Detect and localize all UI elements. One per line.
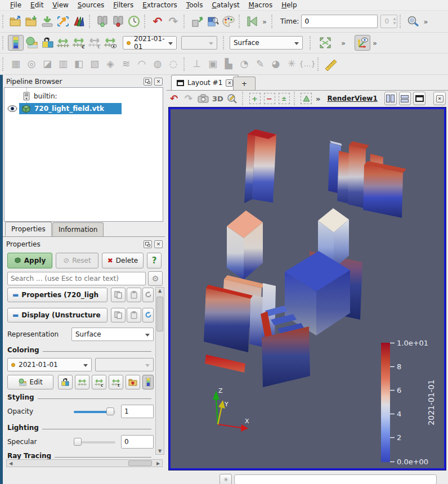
- load-state-button[interactable]: [24, 14, 39, 29]
- copy-display-button[interactable]: [111, 308, 126, 322]
- toolbar-grip[interactable]: [183, 57, 187, 71]
- render-view-name[interactable]: RenderView1: [327, 95, 377, 102]
- split-horizontal-button[interactable]: [384, 92, 397, 105]
- contour-filter-button[interactable]: ◎: [24, 56, 39, 72]
- capture-screenshot-button[interactable]: [55, 14, 71, 29]
- specular-value-box[interactable]: 0: [121, 435, 154, 449]
- split-vertical-button[interactable]: [399, 92, 411, 105]
- scroll-left-icon[interactable]: ◀: [7, 461, 15, 466]
- color-legend[interactable]: 1.0e+01 8 6 4 2 0.0e+00 2021-01-01: [381, 339, 436, 466]
- section-properties-toggle[interactable]: ▬ Properties (720_ligh: [7, 288, 107, 302]
- toolbar-grip[interactable]: [242, 92, 246, 105]
- toolbar-overflow-chevron[interactable]: »: [339, 39, 348, 47]
- menu-filters[interactable]: Filters: [109, 1, 138, 10]
- first-frame-button[interactable]: [244, 14, 260, 29]
- coloring-component-combo[interactable]: [95, 358, 154, 371]
- color-map-editor-button[interactable]: [221, 14, 236, 29]
- find-data-button[interactable]: [205, 14, 221, 29]
- choose-preset-button[interactable]: [58, 375, 73, 389]
- close-panel-button[interactable]: ✕: [154, 78, 163, 86]
- zoom-to-data-extents-button[interactable]: [317, 35, 333, 51]
- tab-information[interactable]: Information: [52, 222, 104, 236]
- extract-selection-button[interactable]: ▣: [205, 56, 221, 72]
- reset-button[interactable]: ⊘ Reset: [56, 253, 98, 268]
- reset-session-button[interactable]: [126, 14, 142, 29]
- toolbar-grip[interactable]: [2, 15, 6, 28]
- disconnect-server-button[interactable]: [110, 14, 126, 29]
- capture-view-button[interactable]: [196, 91, 210, 106]
- source-apply-button[interactable]: [189, 14, 205, 29]
- toolbar-grip[interactable]: [317, 57, 321, 71]
- toolbar-grip[interactable]: [89, 15, 93, 28]
- extract-group-button[interactable]: ◌: [165, 56, 181, 72]
- section-display-toggle[interactable]: ▬ Display (Unstructure: [7, 308, 107, 322]
- toggle-selection-button[interactable]: ±: [277, 91, 292, 106]
- render-viewport[interactable]: X Y Z 1.0e+01: [171, 109, 444, 468]
- menu-catalyst[interactable]: Catalyst: [207, 1, 244, 10]
- toggle-color-legend-button[interactable]: [8, 35, 24, 51]
- rescale-custom-range-button[interactable]: c: [92, 375, 106, 389]
- plot-over-line-button[interactable]: ✎: [252, 56, 268, 72]
- close-layout-icon[interactable]: ✕: [226, 79, 233, 87]
- set-solid-color-button[interactable]: [24, 35, 39, 51]
- toolbar-overflow-chevron[interactable]: »: [421, 17, 430, 26]
- histogram-button[interactable]: ▙: [221, 56, 236, 72]
- menu-extractors[interactable]: Extractors: [138, 1, 182, 10]
- toggle-2d3d-button[interactable]: 3D: [210, 91, 225, 106]
- scroll-right-icon[interactable]: ▶: [154, 461, 162, 466]
- menu-sources[interactable]: Sources: [73, 1, 109, 10]
- toolbar-grip[interactable]: [2, 57, 6, 71]
- rescale-to-data-range-button[interactable]: [55, 35, 71, 51]
- toolbar-overflow-chevron[interactable]: »: [260, 17, 269, 26]
- favorites-preset-button[interactable]: [126, 375, 140, 389]
- glyph-filter-button[interactable]: ◈: [102, 56, 118, 72]
- group-datasets-button[interactable]: ◍: [150, 56, 165, 72]
- menu-tools[interactable]: Tools: [182, 1, 208, 10]
- color-array-combo[interactable]: 2021-01-01: [123, 36, 177, 50]
- menu-file[interactable]: File: [6, 1, 26, 10]
- rescale-to-temporal-range-button[interactable]: t: [87, 35, 102, 51]
- toolbar-overflow-chevron[interactable]: »: [370, 39, 379, 47]
- toolbar-grip[interactable]: [183, 15, 187, 28]
- toolbar-grip[interactable]: [271, 15, 275, 28]
- slider-handle[interactable]: [106, 407, 114, 415]
- menu-view[interactable]: View: [48, 1, 73, 10]
- rescale-to-visible-range-button[interactable]: [102, 35, 118, 51]
- ruler-button[interactable]: [323, 56, 339, 72]
- save-animation-button[interactable]: [71, 14, 87, 29]
- color-legend-bar[interactable]: [381, 343, 390, 462]
- camera-redo-button[interactable]: ↷: [181, 91, 196, 106]
- pipeline-item-builtin[interactable]: builtin:: [5, 91, 163, 102]
- scrollbar-thumb[interactable]: [128, 460, 152, 466]
- toolbar-grip[interactable]: [144, 15, 148, 28]
- coloring-array-combo[interactable]: 2021-01-01: [7, 358, 92, 371]
- maximize-view-button[interactable]: [413, 92, 425, 105]
- tensor-glyph-button[interactable]: ✳: [284, 56, 299, 72]
- slider-handle[interactable]: [74, 438, 82, 446]
- delete-button[interactable]: ✖ Delete: [102, 253, 144, 268]
- search-options-button[interactable]: ⚙: [148, 271, 163, 286]
- rescale-data-range-button[interactable]: [75, 375, 89, 389]
- view-toolbar-overflow[interactable]: »: [313, 95, 322, 103]
- toggle-orientation-axes-button[interactable]: [355, 35, 370, 51]
- edit-color-map-button[interactable]: Edit: [7, 375, 53, 389]
- time-input[interactable]: [301, 15, 378, 28]
- menu-edit[interactable]: Edit: [26, 1, 48, 10]
- rescale-temporal-range-button[interactable]: t: [109, 375, 123, 389]
- specular-slider[interactable]: [74, 438, 115, 446]
- undock-panel-button[interactable]: [144, 240, 152, 248]
- new-layout-tab[interactable]: +: [233, 77, 256, 90]
- python-annotation-button[interactable]: {…}: [299, 56, 315, 72]
- undock-panel-button[interactable]: [144, 78, 152, 86]
- subtract-selection-button[interactable]: −: [262, 91, 277, 106]
- toolbar-grip[interactable]: [2, 36, 6, 50]
- orientation-axes-widget[interactable]: X Y Z: [213, 387, 249, 432]
- plot-selection-over-time-button[interactable]: ◕: [268, 56, 284, 72]
- close-view-button[interactable]: ✕: [433, 92, 446, 105]
- copy-properties-button[interactable]: [111, 288, 126, 302]
- representation-select[interactable]: Surface: [71, 328, 154, 341]
- frame-spinbox[interactable]: 0 ▲▼: [380, 15, 397, 28]
- menu-help[interactable]: Help: [277, 1, 301, 10]
- edit-color-map-button[interactable]: [39, 35, 55, 51]
- close-panel-button[interactable]: ✕: [154, 240, 163, 248]
